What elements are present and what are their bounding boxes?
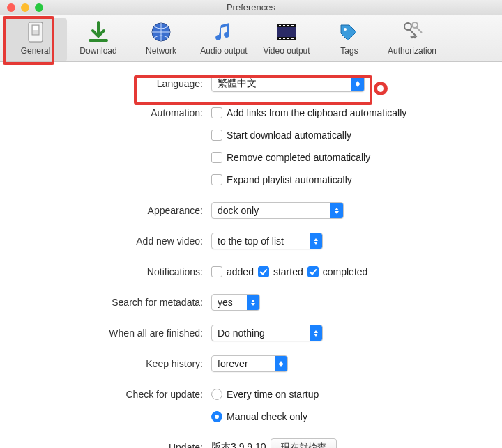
keys-icon: [401, 21, 423, 43]
select-value: to the top of list: [212, 235, 310, 247]
chevron-updown-icon: [247, 295, 259, 310]
tab-network[interactable]: Network: [130, 18, 192, 61]
label-automation: Automation:: [21, 107, 206, 118]
checkbox-label: completed: [323, 266, 368, 277]
select-value: forever: [212, 358, 275, 369]
label-when-finished: When all are finished:: [21, 327, 206, 339]
select-value: 繁體中文: [212, 77, 351, 90]
label-check-update: Check for update:: [21, 389, 206, 400]
check-now-button[interactable]: 現在就檢查: [271, 438, 337, 448]
label-search-metadata: Search for metadata:: [21, 297, 206, 308]
chevron-updown-icon: [330, 203, 343, 218]
label-appearance: Appearance:: [21, 205, 206, 216]
tab-general[interactable]: General: [4, 18, 67, 61]
svg-rect-11: [279, 38, 281, 39]
tab-authorization[interactable]: Authorization: [381, 18, 443, 61]
tab-label: Video output: [263, 46, 310, 56]
switch-icon: [24, 21, 47, 43]
svg-point-16: [404, 23, 411, 30]
checkbox-notif-added[interactable]: [211, 266, 222, 277]
music-note-icon: [213, 21, 235, 43]
radio-label: Every time on startup: [227, 389, 319, 400]
tab-label: General: [21, 46, 51, 56]
svg-rect-2: [33, 26, 38, 30]
chevron-updown-icon: [275, 356, 287, 371]
svg-rect-7: [279, 25, 281, 26]
version-text: 版本3.9.9.10: [211, 441, 266, 448]
select-value: Do nothing: [212, 327, 310, 339]
keep-history-select[interactable]: forever: [211, 355, 288, 372]
checkbox-label: Start download automatically: [227, 130, 351, 141]
when-finished-select[interactable]: Do nothing: [211, 325, 323, 341]
add-new-video-select[interactable]: to the top of list: [211, 233, 323, 249]
checkbox-notif-completed[interactable]: [307, 266, 319, 277]
appearance-select[interactable]: dock only: [211, 202, 344, 219]
toolbar: General Download Network Audio output Vi…: [0, 15, 502, 62]
svg-rect-12: [283, 38, 285, 39]
label-add-new-video: Add new video:: [21, 235, 206, 247]
tab-label: Network: [146, 46, 176, 56]
window-title: Preferences: [0, 2, 502, 13]
svg-point-15: [344, 28, 347, 31]
tab-label: Download: [79, 46, 116, 56]
tab-video-output[interactable]: Video output: [255, 18, 318, 61]
select-value: dock only: [212, 205, 330, 216]
tab-label: Tags: [340, 46, 358, 56]
checkbox-label: Add links from the clipboard automatical…: [227, 107, 406, 118]
preferences-content: Language: 繁體中文 Automation: Add links fro…: [0, 62, 502, 448]
checkbox-auto-add-links[interactable]: [211, 107, 222, 118]
globe-icon: [150, 21, 172, 43]
radio-label: Manual check only: [227, 411, 307, 422]
language-select[interactable]: 繁體中文: [211, 75, 365, 92]
label-language: Language:: [21, 78, 206, 89]
label-notifications: Notifications:: [21, 266, 206, 277]
tab-label: Authorization: [388, 46, 436, 56]
titlebar: Preferences: [0, 0, 502, 15]
tag-icon: [338, 21, 360, 43]
label-update: Update:: [21, 442, 206, 448]
checkbox-label: Remove completed automatically: [227, 152, 370, 163]
svg-rect-9: [287, 25, 289, 26]
tab-download[interactable]: Download: [67, 18, 130, 61]
film-icon: [275, 21, 298, 43]
checkbox-label: started: [273, 266, 303, 277]
chevron-updown-icon: [310, 233, 322, 249]
select-value: yes: [212, 297, 247, 308]
checkbox-label: Expand playlist automatically: [227, 174, 352, 185]
tab-label: Audio output: [200, 46, 247, 56]
download-icon: [87, 21, 109, 43]
chevron-updown-icon: [351, 76, 364, 91]
checkbox-auto-remove-completed[interactable]: [211, 152, 222, 163]
search-metadata-select[interactable]: yes: [211, 294, 260, 311]
chevron-updown-icon: [310, 325, 322, 341]
checkbox-auto-start-download[interactable]: [211, 130, 222, 141]
checkbox-label: added: [227, 266, 254, 277]
svg-rect-8: [283, 25, 285, 26]
checkbox-auto-expand-playlist[interactable]: [211, 174, 222, 185]
checkbox-notif-started[interactable]: [258, 266, 269, 277]
radio-update-every-startup[interactable]: [211, 389, 222, 400]
svg-rect-13: [287, 38, 289, 39]
radio-update-manual[interactable]: [211, 411, 222, 422]
svg-rect-14: [291, 38, 294, 39]
tab-tags[interactable]: Tags: [318, 18, 381, 61]
svg-rect-10: [291, 25, 294, 26]
tab-audio-output[interactable]: Audio output: [192, 18, 255, 61]
label-keep-history: Keep history:: [21, 358, 206, 369]
